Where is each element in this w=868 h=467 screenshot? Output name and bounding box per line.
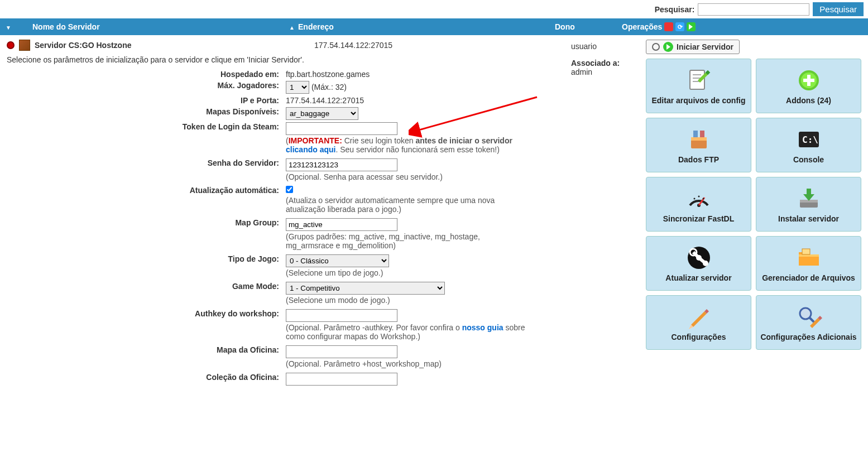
- edit-config-button[interactable]: Editar arquivos de config: [646, 59, 751, 113]
- ipport-value: 177.54.144.122:27015: [286, 96, 571, 105]
- search-label: Pesquisar:: [655, 5, 695, 14]
- wscol-label: Coleção da Oficina:: [7, 373, 286, 386]
- config-extra-button[interactable]: Configurações Adicionais: [756, 295, 861, 350]
- stop-all-icon[interactable]: [664, 22, 673, 31]
- server-owner: usuario: [571, 42, 632, 51]
- gametype-hint: (Selecione um tipo de jogo.): [286, 268, 571, 277]
- install-button[interactable]: Instalar servidor: [756, 177, 861, 232]
- header-owner[interactable]: Dono: [550, 22, 617, 31]
- password-label: Senha do Servidor:: [7, 158, 286, 181]
- maxplayers-select[interactable]: 1: [286, 81, 309, 94]
- filemanager-button[interactable]: Gerenciador de Arquivos: [756, 236, 861, 291]
- token-input[interactable]: [286, 122, 397, 135]
- server-row: Servidor CS:GO Hostzone 177.54.144.122:2…: [7, 40, 571, 51]
- autoupdate-checkbox[interactable]: [286, 186, 293, 193]
- server-addr: 177.54.144.122:27015: [314, 41, 571, 50]
- search-input[interactable]: [698, 3, 809, 16]
- wsmap-hint: (Opcional. Parâmetro +host_workshop_map): [286, 359, 571, 368]
- svg-rect-30: [802, 249, 810, 254]
- svg-line-32: [809, 317, 814, 322]
- wsmap-label: Mapa da Oficina:: [7, 345, 286, 368]
- password-input[interactable]: [286, 158, 397, 171]
- search-button[interactable]: Pesquisar: [813, 2, 864, 16]
- mapgroup-label: Map Group:: [7, 218, 286, 250]
- fastdl-button[interactable]: Sincronizar FastDL: [646, 177, 751, 232]
- authkey-label: Authkey do workshop:: [7, 309, 286, 341]
- svg-point-19: [693, 198, 695, 200]
- mapgroup-input[interactable]: [286, 218, 397, 231]
- intro-text: Selecione os parâmetros de inicialização…: [7, 55, 571, 64]
- token-link[interactable]: clicando aqui: [286, 145, 335, 154]
- token-label: Token de Login da Steam:: [7, 122, 286, 154]
- radio-icon: [652, 43, 660, 51]
- ipport-label: IP e Porta:: [7, 96, 286, 105]
- authkey-input[interactable]: [286, 309, 397, 322]
- play-icon: [663, 42, 673, 52]
- password-hint: (Opcional. Senha para acessar seu servid…: [286, 172, 571, 181]
- update-button[interactable]: Atualizar servidor: [646, 236, 751, 291]
- start-all-icon[interactable]: [687, 22, 696, 31]
- hosted-label: Hospedado em:: [7, 70, 286, 79]
- authkey-guide-link[interactable]: nosso guia: [462, 323, 503, 332]
- start-server-button[interactable]: Iniciar Servidor: [646, 40, 740, 54]
- maps-select[interactable]: ar_baggage: [286, 107, 358, 120]
- hosted-value: ftp.bart.hostzone.games: [286, 70, 571, 79]
- svg-point-21: [702, 198, 704, 200]
- maxplayers-hint: (Máx.: 32): [311, 83, 347, 92]
- restart-all-icon[interactable]: ⟳: [675, 22, 684, 31]
- gamemode-hint: (Selecione um modo de jogo.): [286, 296, 571, 305]
- header-ops: Operações ⟳: [617, 22, 868, 31]
- ftp-button[interactable]: Dados FTP: [646, 118, 751, 172]
- gamemode-label: Game Mode:: [7, 282, 286, 305]
- svg-rect-11: [691, 137, 707, 141]
- server-name[interactable]: Servidor CS:GO Hostzone: [35, 41, 131, 50]
- header-name[interactable]: Nome do Servidor: [28, 22, 285, 31]
- config-button[interactable]: Configurações: [646, 295, 751, 350]
- token-warn: IMPORTANTE:: [289, 136, 342, 145]
- game-icon: [19, 40, 30, 51]
- autoupdate-hint: (Atualiza o servidor automaticamente sem…: [286, 196, 526, 214]
- svg-point-28: [703, 261, 708, 266]
- svg-rect-12: [693, 131, 698, 137]
- svg-point-20: [698, 196, 699, 198]
- assoc-label: Associado a:: [571, 59, 632, 68]
- table-header: ▼ Nome do Servidor ▲ Endereço Dono Opera…: [0, 18, 868, 35]
- sort-down-icon[interactable]: ▼: [6, 25, 11, 31]
- header-addr[interactable]: Endereço: [294, 22, 550, 31]
- autoupdate-label: Atualização automática:: [7, 186, 286, 214]
- status-offline-icon: [7, 41, 15, 49]
- maps-label: Mapas Disponíveis:: [7, 107, 286, 120]
- svg-point-22: [704, 203, 706, 204]
- assoc-value: admin: [571, 68, 632, 76]
- gametype-select[interactable]: 0 - Clássico: [286, 254, 389, 267]
- svg-rect-9: [803, 79, 814, 82]
- gametype-label: Tipo de Jogo:: [7, 254, 286, 277]
- maxplayers-label: Máx. Jogadores:: [7, 81, 286, 94]
- svg-point-18: [691, 203, 693, 204]
- console-button[interactable]: C:\ Console: [756, 118, 861, 172]
- svg-rect-13: [700, 131, 704, 137]
- gamemode-select[interactable]: 1 - Competitivo: [286, 282, 445, 295]
- addons-button[interactable]: Addons (24): [756, 59, 861, 113]
- wsmap-input[interactable]: [286, 345, 397, 358]
- svg-text:C:\: C:\: [802, 134, 818, 145]
- wscol-input[interactable]: [286, 373, 397, 386]
- svg-rect-29: [799, 254, 819, 257]
- mapgroup-hint: (Grupos padrões: mg_active, mg_inactive,…: [286, 232, 526, 250]
